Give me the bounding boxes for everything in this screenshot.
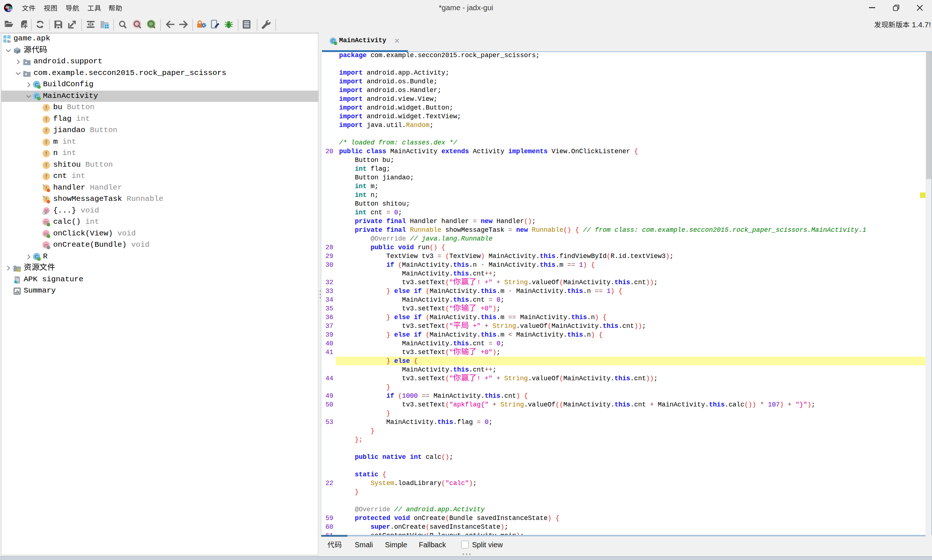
svg-text:f: f [46, 174, 47, 179]
svg-text:m: m [45, 208, 48, 213]
svg-text:f: f [46, 128, 47, 134]
svg-text:f: f [46, 197, 47, 202]
svg-text:f: f [46, 139, 47, 145]
svg-text:f: f [46, 185, 47, 191]
svg-text:f: f [46, 105, 47, 111]
svg-text:f: f [46, 151, 47, 157]
svg-text:f: f [46, 117, 47, 122]
svg-text:f: f [46, 162, 47, 168]
